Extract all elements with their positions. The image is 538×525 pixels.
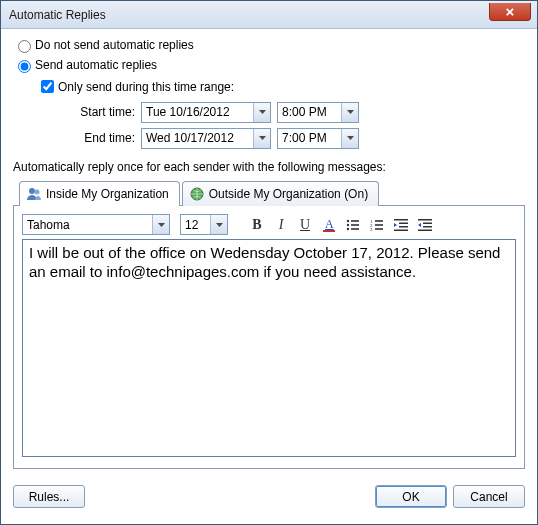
svg-point-9: [347, 227, 349, 229]
checkbox-only-send-input[interactable]: [41, 80, 54, 93]
chevron-down-icon: [152, 215, 169, 234]
editor-toolbar: Tahoma 12 B I U A 123: [22, 214, 516, 235]
font-name-combo[interactable]: Tahoma: [22, 214, 170, 235]
svg-rect-16: [375, 228, 383, 230]
outdent-button[interactable]: [391, 215, 411, 235]
chevron-down-icon: [341, 103, 358, 122]
svg-rect-22: [423, 222, 432, 224]
svg-point-5: [347, 219, 349, 221]
svg-rect-12: [375, 220, 383, 222]
globe-people-icon: [189, 186, 205, 202]
start-time-combo[interactable]: 8:00 PM: [277, 102, 359, 123]
checkbox-only-send-label: Only send during this time range:: [58, 80, 234, 94]
auto-reply-section-label: Automatically reply once for each sender…: [13, 160, 525, 174]
dialog-footer: Rules... OK Cancel: [1, 479, 537, 518]
svg-rect-21: [418, 219, 432, 221]
dialog-content: Do not send automatic replies Send autom…: [1, 29, 537, 479]
end-time-label: End time:: [73, 131, 141, 145]
end-time-combo[interactable]: 7:00 PM: [277, 128, 359, 149]
tab-outside-label: Outside My Organization (On): [209, 187, 368, 201]
bullet-list-button[interactable]: [343, 215, 363, 235]
radio-send-input[interactable]: [18, 60, 31, 73]
radio-dont-send[interactable]: Do not send automatic replies: [13, 37, 525, 53]
font-name-value: Tahoma: [23, 218, 74, 232]
end-time-row: End time: Wed 10/17/2012 7:00 PM: [73, 126, 525, 150]
svg-point-1: [35, 190, 40, 195]
rules-button[interactable]: Rules...: [13, 485, 85, 508]
chevron-down-icon: [253, 129, 270, 148]
window-title: Automatic Replies: [9, 8, 106, 22]
indent-button[interactable]: [415, 215, 435, 235]
end-time-value: 7:00 PM: [278, 131, 331, 145]
underline-button[interactable]: U: [295, 215, 315, 235]
checkbox-only-send[interactable]: Only send during this time range:: [37, 77, 525, 96]
close-button[interactable]: ×: [489, 3, 531, 21]
numbered-list-button[interactable]: 123: [367, 215, 387, 235]
start-date-combo[interactable]: Tue 10/16/2012: [141, 102, 271, 123]
tab-strip: Inside My Organization Outside My Organi…: [19, 181, 525, 206]
cancel-button[interactable]: Cancel: [453, 485, 525, 508]
close-icon: ×: [506, 7, 515, 17]
chevron-down-icon: [210, 215, 227, 234]
end-date-value: Wed 10/17/2012: [142, 131, 238, 145]
svg-rect-14: [375, 224, 383, 226]
svg-rect-10: [351, 228, 359, 230]
font-size-value: 12: [181, 218, 202, 232]
bold-button[interactable]: B: [247, 215, 267, 235]
start-time-row: Start time: Tue 10/16/2012 8:00 PM: [73, 100, 525, 124]
svg-rect-17: [394, 219, 408, 221]
svg-rect-8: [351, 224, 359, 226]
people-icon: [26, 186, 42, 202]
tab-panel: Tahoma 12 B I U A 123: [13, 205, 525, 469]
svg-rect-20: [394, 229, 408, 231]
svg-text:A: A: [325, 217, 334, 231]
start-time-label: Start time:: [73, 105, 141, 119]
radio-dont-send-input[interactable]: [18, 40, 31, 53]
svg-point-7: [347, 223, 349, 225]
svg-point-0: [29, 188, 35, 194]
radio-dont-send-label: Do not send automatic replies: [35, 38, 194, 52]
tab-outside-organization[interactable]: Outside My Organization (On): [182, 181, 379, 206]
ok-button[interactable]: OK: [375, 485, 447, 508]
svg-rect-23: [423, 226, 432, 228]
svg-rect-19: [399, 226, 408, 228]
svg-rect-6: [351, 220, 359, 222]
svg-rect-18: [399, 222, 408, 224]
start-date-value: Tue 10/16/2012: [142, 105, 234, 119]
tab-inside-label: Inside My Organization: [46, 187, 169, 201]
radio-send-label: Send automatic replies: [35, 58, 157, 72]
tab-inside-organization[interactable]: Inside My Organization: [19, 181, 180, 206]
svg-rect-24: [418, 229, 432, 231]
chevron-down-icon: [341, 129, 358, 148]
font-color-button[interactable]: A: [319, 215, 339, 235]
message-editor[interactable]: [22, 239, 516, 457]
font-size-combo[interactable]: 12: [180, 214, 228, 235]
titlebar: Automatic Replies ×: [1, 1, 537, 29]
chevron-down-icon: [253, 103, 270, 122]
svg-text:3: 3: [370, 227, 373, 232]
radio-send[interactable]: Send automatic replies: [13, 57, 525, 73]
start-time-value: 8:00 PM: [278, 105, 331, 119]
italic-button[interactable]: I: [271, 215, 291, 235]
time-range-grid: Start time: Tue 10/16/2012 8:00 PM End t…: [73, 100, 525, 150]
svg-rect-4: [323, 230, 335, 232]
end-date-combo[interactable]: Wed 10/17/2012: [141, 128, 271, 149]
